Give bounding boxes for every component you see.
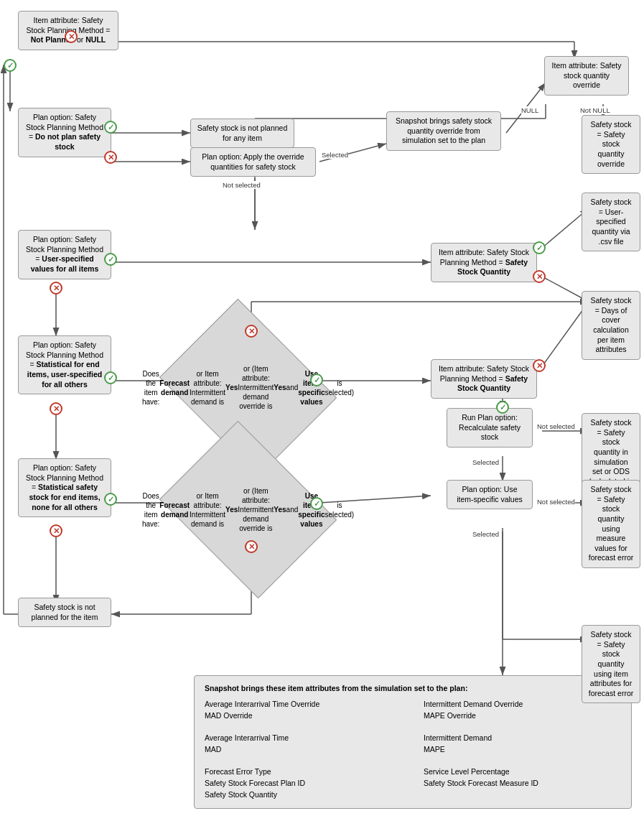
box19-text: Safety stock = Safety stock quantity usi… xyxy=(589,630,633,697)
snapshot-col1-line3: Average Interarrival Time xyxy=(205,733,402,744)
box-ss-measure-values: Safety stock = Safety stock quantity usi… xyxy=(582,480,640,568)
label-selected-b4: Selected xyxy=(322,151,348,159)
box-ss-days-cover: Safety stock = Days of cover calculation… xyxy=(582,291,640,360)
box11-text: Safety stock = Days of cover calculation… xyxy=(590,296,631,353)
check-b9-top: ✓ xyxy=(533,241,546,254)
box-plan-opt-item-specific: Plan option: Use item-specific values xyxy=(447,480,533,509)
box-ss-not-planned-any: Safety stock is not planned for any item xyxy=(190,119,294,148)
snapshot-col1-line7: Safety Stock Quantity xyxy=(205,789,402,801)
box7-text: Safety stock = Safety stock quantity ove… xyxy=(590,120,631,168)
box-ss-item-attr-forecast: Safety stock = Safety stock quantity usi… xyxy=(582,625,640,703)
box-plan-opt-statistical-end: Plan option: Safety Stock Planning Metho… xyxy=(18,335,111,394)
snapshot-col1-line5: Forecast Error Type xyxy=(205,766,402,778)
box-snapshot-override: Snapshot brings safety stock quantity ov… xyxy=(386,111,501,151)
x-d1-top: ✕ xyxy=(245,325,258,338)
check-d2-right: ✓ xyxy=(310,497,323,510)
box15-text: Run Plan option: Recalculate safety stoc… xyxy=(459,413,521,441)
box10-text: Safety stock = User-specified quantity v… xyxy=(590,198,631,246)
diamond-1: Does the item have: Forecast demand or I… xyxy=(178,332,318,443)
check-b8-right: ✓ xyxy=(104,253,117,266)
snapshot-cols: Average Interarrival Time Override MAD O… xyxy=(205,699,621,801)
x-d2-down: ✕ xyxy=(245,540,258,553)
box-plan-opt-do-not-plan: Plan option: Safety Stock Planning Metho… xyxy=(18,108,111,157)
box8-text: Plan option: Safety Stock Planning Metho… xyxy=(26,235,103,273)
box20-text: Safety stock is not planned for the item xyxy=(32,603,98,621)
box5-text: Snapshot brings safety stock quantity ov… xyxy=(396,116,492,144)
snapshot-col1-line1: Average Interarrival Time Override xyxy=(205,699,402,710)
snapshot-col2-line3: Intermittent Demand xyxy=(424,733,621,744)
check-d1-right: ✓ xyxy=(310,374,323,386)
x-b1-right: ✕ xyxy=(65,30,78,43)
snapshot-col1-line6: Safety Stock Forecast Plan ID xyxy=(205,778,402,789)
box14-text: Item attribute: Safety Stock Planning Me… xyxy=(439,364,529,392)
check-b1-left: ✓ xyxy=(4,59,17,72)
label-not-selected-b15: Not selected xyxy=(537,422,575,430)
snapshot-bottom-title: Snapshot brings these item attributes fr… xyxy=(205,683,621,695)
check-b2-right-top: ✓ xyxy=(104,121,117,134)
box-plan-opt-user-specified: Plan option: Safety Stock Planning Metho… xyxy=(18,230,111,279)
label-selected-b16: Selected xyxy=(472,530,499,538)
label-null: NULL xyxy=(521,106,538,114)
box-ss-user-specified-csv: Safety stock = User-specified quantity v… xyxy=(582,193,640,251)
box-run-plan-recalc: Run Plan option: Recalculate safety stoc… xyxy=(447,408,533,448)
box-item-attr-ss-qty-override: Item attribute: Safety stock quantity ov… xyxy=(544,56,629,96)
x-b12-down: ✕ xyxy=(50,402,62,415)
box9-text: Item attribute: Safety Stock Planning Me… xyxy=(439,248,529,276)
flowchart-diagram: Item attribute: Safety Stock Planning Me… xyxy=(0,0,644,816)
label-not-null: Not NULL xyxy=(580,106,610,114)
x-b2-right-bot: ✕ xyxy=(104,151,117,164)
snapshot-col2: Intermittent Demand Override MAPE Overri… xyxy=(424,699,621,801)
snapshot-col1: Average Interarrival Time Override MAD O… xyxy=(205,699,402,801)
box18-text: Safety stock = Safety stock quantity usi… xyxy=(589,485,633,562)
snapshot-bottom-box: Snapshot brings these item attributes fr… xyxy=(194,675,632,809)
label-selected-b15: Selected xyxy=(472,458,499,466)
x-b14-right: ✕ xyxy=(533,359,546,372)
box-item-attr-ss-qty: Item attribute: Safety Stock Planning Me… xyxy=(431,243,537,282)
diamond-1-text: Does the item have: Forecast demand or I… xyxy=(178,332,318,443)
box6-text: Item attribute: Safety stock quantity ov… xyxy=(552,61,622,89)
snapshot-col1-line2: MAD Override xyxy=(205,710,402,722)
box13-text: Plan option: Safety Stock Planning Metho… xyxy=(26,463,103,511)
snapshot-col1-line4: MAD xyxy=(205,744,402,756)
box4-text: Plan option: Apply the override quantiti… xyxy=(202,152,304,171)
check-b12-right: ✓ xyxy=(104,371,117,384)
snapshot-col2-line4: MAPE xyxy=(424,744,621,756)
box16-text: Plan option: Use item-specific values xyxy=(457,485,523,504)
x-b13-down: ✕ xyxy=(50,524,62,537)
box2-text: Plan option: Safety Stock Planning Metho… xyxy=(26,113,103,151)
box-plan-opt-statistical-none: Plan option: Safety Stock Planning Metho… xyxy=(18,458,111,517)
box3-text: Safety stock is not planned for any item xyxy=(197,124,288,142)
box-plan-opt-apply-override: Plan option: Apply the override quantiti… xyxy=(190,147,316,177)
label-not-selected-b16: Not selected xyxy=(537,498,575,506)
box-ss-not-planned-item: Safety stock is not planned for the item xyxy=(18,598,111,627)
box12-text: Plan option: Safety Stock Planning Metho… xyxy=(26,340,103,389)
snapshot-col2-line5: Service Level Percentage xyxy=(424,766,621,778)
x-b8-down: ✕ xyxy=(50,282,62,295)
box-ss-qty-override-result: Safety stock = Safety stock quantity ove… xyxy=(582,115,640,174)
label-not-selected-b4: Not selected xyxy=(223,181,261,189)
snapshot-col2-line2: MAPE Override xyxy=(424,710,621,722)
box-item-attr-ss-qty-2: Item attribute: Safety Stock Planning Me… xyxy=(431,359,537,399)
snapshot-col2-line6: Safety Stock Forecast Measure ID xyxy=(424,778,621,789)
check-b14-down: ✓ xyxy=(496,401,509,414)
check-b13-right: ✓ xyxy=(104,493,117,506)
x-b9-bot: ✕ xyxy=(533,270,546,283)
